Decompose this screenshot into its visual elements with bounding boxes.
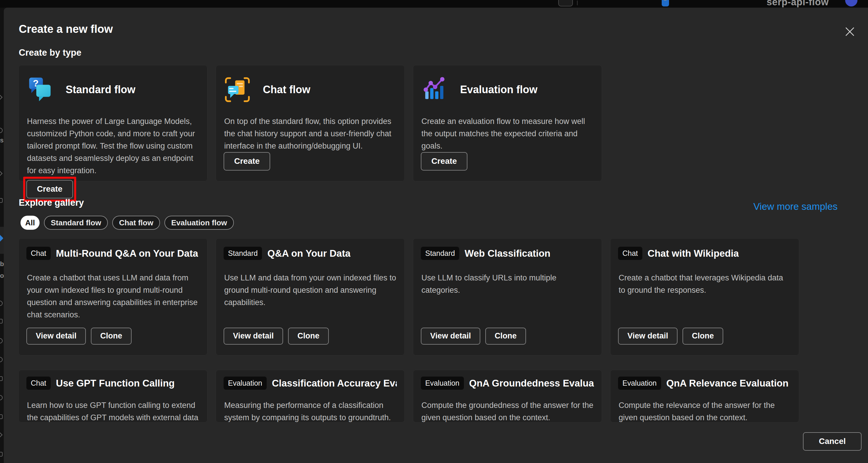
view-more-samples-link[interactable]: View more samples bbox=[753, 201, 838, 212]
cancel-button[interactable]: Cancel bbox=[803, 432, 862, 451]
gallery-card-header: Standard Web Classification bbox=[421, 247, 594, 260]
sidebar-partial-icon bbox=[0, 452, 3, 457]
flow-type-badge: Standard bbox=[224, 247, 262, 260]
chat-flow-icon bbox=[224, 76, 251, 103]
flow-type-badge: Standard bbox=[421, 247, 459, 260]
gallery-card-title: QnA Groundedness Evaluation bbox=[469, 378, 594, 389]
sidebar-partial-icon bbox=[0, 414, 3, 419]
gallery-card-qna-groundedness: Evaluation QnA Groundedness Evaluation C… bbox=[413, 370, 602, 423]
topbar-notification-icon[interactable] bbox=[662, 0, 669, 6]
gallery-card-description: Use LLM to classify URLs into multiple c… bbox=[422, 272, 593, 296]
filter-pill-evaluation-flow[interactable]: Evaluation flow bbox=[164, 216, 234, 230]
sidebar-partial-icon bbox=[0, 338, 3, 343]
modal-title: Create a new flow bbox=[19, 23, 113, 35]
type-card-description: On top of the standard flow, this option… bbox=[224, 115, 396, 152]
clone-button[interactable]: Clone bbox=[682, 328, 723, 345]
create-standard-flow-button[interactable]: Create bbox=[26, 180, 73, 198]
create-button-wrap: Create bbox=[421, 152, 467, 171]
gallery-card-description: Use LLM and data from your own indexed f… bbox=[224, 272, 396, 309]
flow-type-badge: Evaluation bbox=[421, 376, 464, 390]
gallery-card-title: QnA Relevance Evaluation bbox=[666, 378, 788, 389]
sidebar-partial-icon bbox=[0, 301, 3, 306]
gallery-filter-pills: All Standard flow Chat flow Evaluation f… bbox=[21, 216, 234, 230]
close-icon bbox=[845, 27, 855, 37]
sidebar-partial-icon bbox=[0, 95, 2, 100]
type-card-description: Create an evaluation flow to measure how… bbox=[422, 115, 593, 152]
sidebar-partial-icon bbox=[0, 433, 2, 437]
gallery-row-2: Chat Use GPT Function Calling Learn how … bbox=[19, 370, 799, 423]
flow-type-badge: Chat bbox=[26, 376, 51, 390]
gallery-card-title: Q&A on Your Data bbox=[267, 248, 350, 259]
sidebar-partial-icon bbox=[0, 357, 3, 362]
filter-pill-chat-flow[interactable]: Chat flow bbox=[112, 216, 160, 230]
modal-close-button[interactable] bbox=[842, 24, 858, 39]
gallery-card-title: Use GPT Function Calling bbox=[56, 378, 175, 389]
gallery-card-description: Compute the groundedness of the answer f… bbox=[422, 399, 593, 423]
standard-flow-icon: ? bbox=[27, 76, 53, 103]
gallery-card-description: Measuring the performance of a classific… bbox=[224, 399, 396, 423]
gallery-card-actions: View detail Clone bbox=[26, 328, 199, 345]
type-card-header: ? Standard flow bbox=[27, 76, 199, 103]
user-avatar[interactable] bbox=[845, 0, 858, 6]
gallery-card-chat-with-wikipedia: Chat Chat with Wikipedia Create a chatbo… bbox=[610, 238, 799, 356]
gallery-card-header: Evaluation QnA Relevance Evaluation bbox=[618, 376, 791, 390]
gallery-card-web-classification: Standard Web Classification Use LLM to c… bbox=[413, 238, 602, 356]
explore-gallery-heading: Explore gallery bbox=[19, 197, 84, 208]
sidebar-partial-icon bbox=[0, 376, 3, 381]
evaluation-flow-icon bbox=[422, 76, 448, 103]
gallery-card-title: Web Classification bbox=[464, 248, 550, 259]
app-topbar: serp-api-flow bbox=[0, 0, 868, 8]
topbar-divider bbox=[577, 1, 578, 5]
create-by-type-heading: Create by type bbox=[19, 48, 82, 58]
gallery-card-header: Evaluation Classification Accuracy Evalu… bbox=[224, 376, 397, 390]
sidebar-partial-icon bbox=[0, 171, 2, 176]
flow-type-badge: Evaluation bbox=[224, 376, 267, 390]
sidebar-partial-icon: b bbox=[0, 260, 3, 268]
gallery-card-header: Chat Chat with Wikipedia bbox=[618, 247, 791, 260]
create-chat-flow-button[interactable]: Create bbox=[224, 152, 270, 171]
view-detail-button[interactable]: View detail bbox=[26, 328, 86, 345]
clone-button[interactable]: Clone bbox=[288, 328, 329, 345]
type-card-evaluation-flow: Evaluation flow Create an evaluation flo… bbox=[413, 65, 602, 181]
gallery-card-actions: View detail Clone bbox=[421, 328, 594, 345]
clone-button[interactable]: Clone bbox=[485, 328, 526, 345]
type-card-standard-flow: ? Standard flow Harness the power of Lar… bbox=[19, 65, 208, 181]
gallery-card-title: Multi-Round Q&A on Your Data bbox=[56, 248, 198, 259]
type-card-row: ? Standard flow Harness the power of Lar… bbox=[19, 65, 602, 181]
create-evaluation-flow-button[interactable]: Create bbox=[421, 152, 467, 171]
topbar-partial-button[interactable] bbox=[558, 0, 573, 6]
filter-pill-standard-flow[interactable]: Standard flow bbox=[44, 216, 108, 230]
gallery-card-qa-on-your-data: Standard Q&A on Your Data Use LLM and da… bbox=[216, 238, 405, 356]
flow-type-badge: Chat bbox=[618, 247, 642, 260]
gallery-card-description: Create a chatbot that leverages Wikipedi… bbox=[619, 272, 790, 296]
gallery-card-header: Chat Multi-Round Q&A on Your Data bbox=[26, 247, 199, 260]
sidebar-partial-icon: s bbox=[0, 136, 3, 144]
flow-type-badge: Evaluation bbox=[618, 376, 661, 390]
gallery-card-gpt-function-calling: Chat Use GPT Function Calling Learn how … bbox=[19, 370, 208, 423]
create-flow-modal: Create a new flow Create by type bbox=[4, 8, 868, 463]
gallery-card-description: Create a chatbot that uses LLM and data … bbox=[27, 272, 199, 321]
create-button-wrap: Create bbox=[224, 152, 270, 171]
gallery-card-description: Compute the relevance of the answer for … bbox=[619, 399, 790, 423]
sidebar-partial-icon bbox=[0, 198, 3, 203]
type-card-title: Chat flow bbox=[263, 84, 310, 96]
gallery-card-title: Chat with Wikipedia bbox=[648, 248, 739, 259]
type-card-header: Chat flow bbox=[224, 76, 397, 103]
gallery-card-multi-round-qa: Chat Multi-Round Q&A on Your Data Create… bbox=[19, 238, 208, 356]
gallery-card-classification-accuracy: Evaluation Classification Accuracy Evalu… bbox=[216, 370, 405, 423]
gallery-card-title: Classification Accuracy Evalu... bbox=[272, 378, 397, 389]
filter-pill-all[interactable]: All bbox=[21, 216, 39, 230]
clone-button[interactable]: Clone bbox=[91, 328, 131, 345]
gallery-card-qna-relevance: Evaluation QnA Relevance Evaluation Comp… bbox=[610, 370, 799, 423]
type-card-title: Evaluation flow bbox=[460, 84, 537, 96]
view-detail-button[interactable]: View detail bbox=[618, 328, 678, 345]
gallery-card-header: Standard Q&A on Your Data bbox=[224, 247, 397, 260]
view-detail-button[interactable]: View detail bbox=[224, 328, 283, 345]
gallery-card-header: Evaluation QnA Groundedness Evaluation bbox=[421, 376, 594, 390]
sidebar-partial-icon bbox=[0, 319, 3, 323]
flow-type-badge: Chat bbox=[26, 247, 51, 260]
sidebar-partial-icon: o bbox=[0, 272, 3, 280]
flow-name-label: serp-api-flow bbox=[767, 0, 829, 8]
type-card-description: Harness the power of Large Language Mode… bbox=[27, 115, 199, 177]
view-detail-button[interactable]: View detail bbox=[421, 328, 480, 345]
